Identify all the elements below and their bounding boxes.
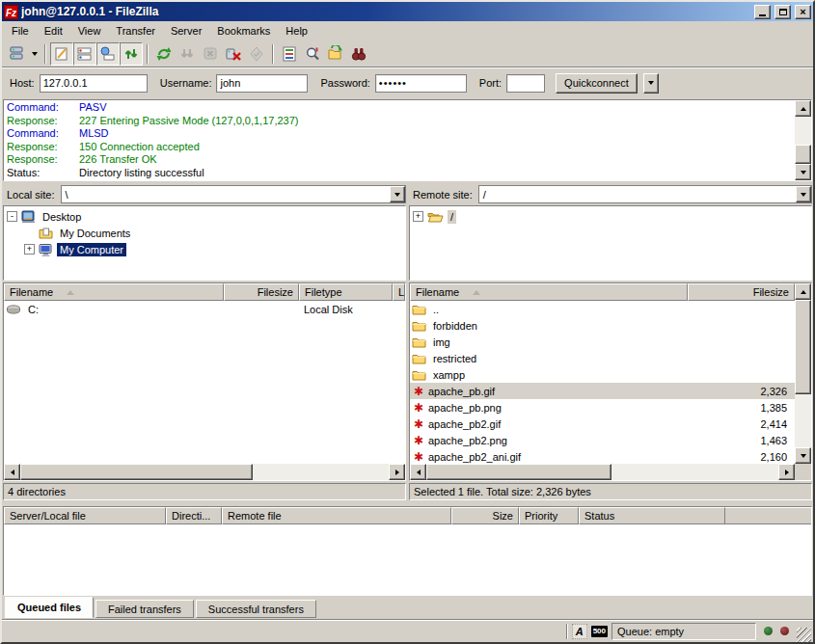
tree-label: My Documents xyxy=(57,227,133,240)
password-input[interactable] xyxy=(375,74,467,93)
quickconnect-dropdown[interactable] xyxy=(643,73,659,94)
scroll-thumb[interactable] xyxy=(20,464,253,480)
cancel-button[interactable] xyxy=(199,42,222,66)
remote-vscrollbar[interactable] xyxy=(795,283,811,464)
scroll-track[interactable] xyxy=(611,464,778,480)
remote-row[interactable]: xampp xyxy=(410,366,795,383)
toggle-remote-tree-button[interactable] xyxy=(96,42,120,66)
remote-hscrollbar[interactable] xyxy=(410,464,795,480)
collapse-icon[interactable]: - xyxy=(7,211,17,222)
menu-view[interactable]: View xyxy=(70,23,109,39)
menu-server[interactable]: Server xyxy=(163,23,209,39)
transfer-type-indicator-icon[interactable]: A xyxy=(572,624,587,639)
close-button[interactable]: × xyxy=(795,5,811,19)
host-input[interactable] xyxy=(40,74,148,93)
column-server-local-file[interactable]: Server/Local file xyxy=(4,507,166,524)
local-file-row[interactable]: C: Local Disk xyxy=(4,301,405,317)
remote-list-area[interactable]: .. forbidden img restricted xyxy=(410,301,795,464)
column-direction[interactable]: Directi... xyxy=(166,507,222,524)
file-name-cell: ✱apache_pb2.png xyxy=(410,435,702,446)
column-filename[interactable]: Filename xyxy=(4,283,224,301)
scroll-left-button[interactable] xyxy=(410,464,426,480)
site-manager-dropdown[interactable] xyxy=(28,42,41,66)
toggle-local-tree-button[interactable] xyxy=(73,42,96,66)
remote-row[interactable]: ✱apache_pb2.gif 2,414 xyxy=(410,416,795,432)
filezilla-window: Fz john@127.0.0.1 - FileZilla × File Edi… xyxy=(0,0,815,644)
remote-site-combo[interactable]: / xyxy=(478,185,812,203)
column-filesize[interactable]: Filesize xyxy=(688,283,795,301)
port-input[interactable] xyxy=(506,74,545,93)
speed-limits-icon[interactable]: 500 xyxy=(591,626,608,637)
filter-button[interactable] xyxy=(278,42,301,66)
username-input[interactable] xyxy=(216,74,308,93)
log-scrollbar[interactable] xyxy=(795,100,811,180)
resize-grip[interactable] xyxy=(797,628,811,642)
scroll-down-button[interactable] xyxy=(795,164,811,180)
remote-row-selected[interactable]: ✱apache_pb.gif 2,326 xyxy=(410,383,795,399)
statusbar-divider xyxy=(566,624,568,639)
remote-row[interactable]: ✱apache_pb2.png 1,463 xyxy=(410,432,795,448)
site-manager-button[interactable] xyxy=(5,42,28,66)
image-file-icon: ✱ xyxy=(412,451,425,463)
scroll-track[interactable] xyxy=(253,464,389,480)
column-filename[interactable]: Filename xyxy=(410,283,688,301)
column-last-modified[interactable]: L xyxy=(393,283,405,301)
menu-bookmarks[interactable]: Bookmarks xyxy=(209,23,278,39)
scroll-track[interactable] xyxy=(795,117,811,145)
scroll-thumb[interactable] xyxy=(795,300,811,394)
reconnect-button[interactable] xyxy=(245,42,268,66)
expand-icon[interactable]: + xyxy=(413,211,423,222)
tree-item-my-documents[interactable]: My Documents xyxy=(5,225,404,241)
scroll-right-button[interactable] xyxy=(778,464,795,480)
remote-row[interactable]: restricted xyxy=(410,350,795,366)
tab-queued-files[interactable]: Queued files xyxy=(5,597,94,618)
scroll-down-button[interactable] xyxy=(795,447,811,464)
local-site-dropdown[interactable] xyxy=(390,186,405,202)
column-status[interactable]: Status xyxy=(579,507,725,524)
menu-help[interactable]: Help xyxy=(278,23,315,39)
scroll-up-button[interactable] xyxy=(795,283,811,300)
column-filetype[interactable]: Filetype xyxy=(299,283,393,301)
disconnect-button[interactable] xyxy=(222,42,245,66)
scroll-left-button[interactable] xyxy=(4,464,20,480)
scroll-thumb[interactable] xyxy=(795,145,811,164)
remote-row[interactable]: img xyxy=(410,334,795,350)
expand-icon[interactable]: + xyxy=(24,244,35,255)
queue-list-area[interactable] xyxy=(4,524,811,595)
local-hscrollbar[interactable] xyxy=(4,464,405,480)
remote-row[interactable]: ✱apache_pb.png 1,385 xyxy=(410,399,795,416)
refresh-button[interactable] xyxy=(152,42,176,66)
quickconnect-button[interactable]: Quickconnect xyxy=(556,73,638,94)
scroll-right-button[interactable] xyxy=(389,464,405,480)
local-site-combo[interactable]: \ xyxy=(61,185,406,203)
remote-row[interactable]: .. xyxy=(410,301,795,317)
remote-row[interactable]: forbidden xyxy=(410,317,795,334)
tree-item-root[interactable]: + / xyxy=(411,208,810,225)
column-size[interactable]: Size xyxy=(451,507,519,524)
tree-item-my-computer[interactable]: + My Computer xyxy=(5,241,404,257)
remote-row[interactable]: ✱apache_pb2_ani.gif 2,160 xyxy=(410,448,795,464)
tab-successful-transfers[interactable]: Successful transfers xyxy=(196,600,316,618)
tab-failed-transfers[interactable]: Failed transfers xyxy=(95,600,194,618)
scroll-track[interactable] xyxy=(795,394,811,447)
search-button[interactable] xyxy=(301,42,324,66)
process-queue-button[interactable] xyxy=(176,42,199,66)
column-priority[interactable]: Priority xyxy=(519,507,579,524)
scroll-thumb[interactable] xyxy=(426,464,611,480)
remote-site-dropdown[interactable] xyxy=(796,186,811,202)
triangle-right-icon xyxy=(395,470,399,475)
maximize-button[interactable] xyxy=(774,5,791,19)
menu-transfer[interactable]: Transfer xyxy=(108,23,163,39)
toggle-transfer-queue-button[interactable] xyxy=(120,42,143,66)
tree-item-desktop[interactable]: - Desktop xyxy=(5,208,404,225)
toggle-message-log-button[interactable] xyxy=(50,42,73,66)
menu-edit[interactable]: Edit xyxy=(37,23,70,39)
menu-file[interactable]: File xyxy=(4,23,37,39)
scroll-up-button[interactable] xyxy=(795,100,811,117)
column-filesize[interactable]: Filesize xyxy=(224,283,299,301)
minimize-button[interactable] xyxy=(754,5,771,19)
local-list-area[interactable]: C: Local Disk xyxy=(4,301,405,464)
directory-comparison-button[interactable] xyxy=(347,42,370,66)
synchronized-browsing-button[interactable] xyxy=(324,42,347,66)
column-remote-file[interactable]: Remote file xyxy=(222,507,451,524)
